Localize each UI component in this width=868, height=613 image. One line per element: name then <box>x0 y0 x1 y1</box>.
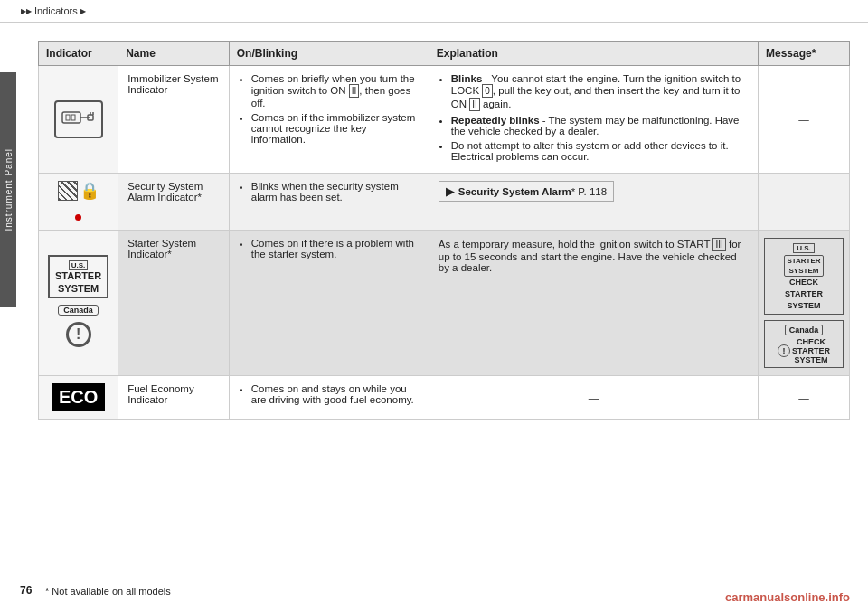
immo-message-cell: — <box>758 66 849 174</box>
sidebar-panel: Instrument Panel <box>0 72 16 307</box>
breadcrumb-arrow-right: ▶ <box>80 7 86 15</box>
switch-on-symbol-2: II <box>469 98 480 111</box>
eco-explanation: — <box>589 392 599 403</box>
starter-indicator-cell: U.S. STARTERSYSTEM Canada ! <box>39 231 118 376</box>
footnote: * Not available on all models <box>45 586 171 597</box>
immo-exp-note: Do not attempt to alter this system or a… <box>451 140 749 162</box>
starter-name-cell: Starter System Indicator* <box>118 231 230 376</box>
security-message-cell: — <box>758 174 849 231</box>
eco-indicator-cell: ECO <box>39 376 118 420</box>
eco-name: Fuel Economy Indicator <box>127 383 194 405</box>
starter-exclamation-icon: ! <box>66 322 91 347</box>
svg-rect-1 <box>66 115 70 120</box>
starter-onblinking-cell: Comes on if there is a problem with the … <box>229 231 429 376</box>
starter-us-label: U.S. <box>69 260 89 270</box>
starter-bullet-1: Comes on if there is a problem with the … <box>251 238 420 259</box>
starter-msg-us-box: U.S. STARTERSYSTEM CHECKSTARTERSYSTEM <box>764 238 844 315</box>
svg-rect-2 <box>71 115 75 120</box>
starter-canada-icon: Canada ! <box>48 304 108 347</box>
eco-bullet-1: Comes on and stays on while you are driv… <box>251 383 420 405</box>
security-diag-icon <box>58 181 78 201</box>
security-red-dot <box>75 214 81 221</box>
security-bullet-1: Blinks when the security system alarm ha… <box>251 181 420 203</box>
immobilizer-icon <box>54 100 103 138</box>
table-row: Immobilizer System Indicator Comes on br… <box>39 66 850 174</box>
security-icon: 🔒 <box>48 181 108 201</box>
security-explanation-text: Security System Alarm* P. 118 <box>458 186 607 197</box>
immo-message: — <box>798 114 809 125</box>
col-header-explanation: Explanation <box>429 42 758 66</box>
sidebar-label: Instrument Panel <box>4 148 14 231</box>
eco-onblinking-cell: Comes on and stays on while you are driv… <box>229 376 429 420</box>
switch-on-symbol: II <box>349 84 360 98</box>
eco-name-cell: Fuel Economy Indicator <box>118 376 230 420</box>
immo-explanation-cell: Blinks - You cannot start the engine. Tu… <box>429 66 758 174</box>
col-header-on-blinking: On/Blinking <box>229 42 429 66</box>
starter-canada-label: Canada <box>58 305 99 316</box>
security-explanation-cell: ▶ Security System Alarm* P. 118 <box>429 174 758 231</box>
starter-message-cell: U.S. STARTERSYSTEM CHECKSTARTERSYSTEM Ca… <box>758 231 849 376</box>
col-header-message: Message* <box>758 42 849 66</box>
immobilizer-icon-svg <box>61 105 96 130</box>
eco-message-cell: — <box>758 376 849 420</box>
starter-msg-canada-label: Canada <box>785 325 824 335</box>
eco-icon: ECO <box>52 383 105 411</box>
starter-msg-canada-icon: ! <box>778 344 790 357</box>
security-lock-icon: 🔒 <box>80 181 99 201</box>
main-content: Indicator Name On/Blinking Explanation M… <box>20 23 868 447</box>
starter-msg-us-label: U.S. <box>793 243 815 253</box>
starter-msg-canada-box: Canada ! CHECKSTARTERSYSTEM <box>764 320 844 368</box>
immo-exp-rep-blinks: Repeatedly blinks - The system may be ma… <box>451 115 749 137</box>
security-name: Security System Alarm Indicator* <box>127 181 203 203</box>
immo-name-cell: Immobilizer System Indicator <box>118 66 230 174</box>
immo-exp-blinks: Blinks - You cannot start the engine. Tu… <box>451 73 749 111</box>
security-onblinking-cell: Blinks when the security system alarm ha… <box>229 174 429 231</box>
indicators-table: Indicator Name On/Blinking Explanation M… <box>38 41 850 420</box>
col-header-name: Name <box>118 42 230 66</box>
starter-msg-canada-text: ! CHECKSTARTERSYSTEM <box>770 337 837 364</box>
table-row: 🔒 Security System Alarm Indicator* Blink… <box>39 174 850 231</box>
security-indicator-cell: 🔒 <box>39 174 118 231</box>
switch-lock-symbol: 0 <box>482 84 493 98</box>
immo-bullet-2: Comes on if the immobilizer system canno… <box>251 112 420 145</box>
eco-explanation-cell: — <box>429 376 758 420</box>
starter-msg-us-text: STARTERSYSTEM CHECKSTARTERSYSTEM <box>770 255 837 311</box>
starter-name: Starter System Indicator* <box>127 238 196 259</box>
security-link-icon: ▶ <box>446 184 455 198</box>
starter-msg-canada-words: CHECKSTARTERSYSTEM <box>792 337 830 364</box>
security-link-box: ▶ Security System Alarm* P. 118 <box>439 181 614 202</box>
switch-start-symbol: III <box>712 238 725 251</box>
starter-explanation-text: As a temporary measure, hold the ignitio… <box>439 239 741 273</box>
security-name-cell: Security System Alarm Indicator* <box>118 174 230 231</box>
immo-bullet-1: Comes on briefly when you turn the ignit… <box>251 73 420 108</box>
starter-us-box: U.S. STARTERSYSTEM <box>48 255 108 297</box>
starter-us-text: STARTERSYSTEM <box>55 270 101 294</box>
starter-explanation-cell: As a temporary measure, hold the ignitio… <box>429 231 758 376</box>
starter-us-icon: U.S. STARTERSYSTEM <box>48 255 108 297</box>
eco-message: — <box>798 392 809 403</box>
table-row: U.S. STARTERSYSTEM Canada ! Starter Syst… <box>39 231 850 376</box>
starter-msg-us-icon: STARTERSYSTEM <box>784 255 823 277</box>
page-number: 76 <box>20 584 32 597</box>
immo-indicator-cell <box>39 66 118 174</box>
security-message: — <box>798 196 809 207</box>
immo-name: Immobilizer System Indicator <box>127 73 218 95</box>
watermark: carmanualsonline.info <box>725 590 850 604</box>
breadcrumb-arrow-left: ▶▶ <box>21 7 32 15</box>
col-header-indicator: Indicator <box>39 42 118 66</box>
table-row: ECO Fuel Economy Indicator Comes on and … <box>39 376 850 420</box>
breadcrumb-item: Indicators <box>34 5 78 16</box>
immo-onblinking-cell: Comes on briefly when you turn the ignit… <box>229 66 429 174</box>
breadcrumb: ▶▶ Indicators ▶ <box>0 0 868 23</box>
